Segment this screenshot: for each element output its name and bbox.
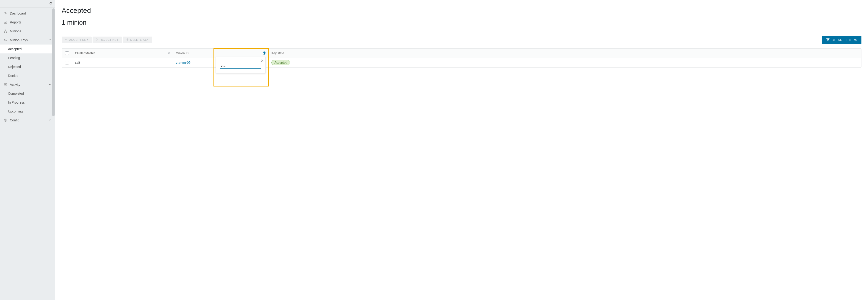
svg-point-3 xyxy=(4,32,5,33)
sidebar-item-label: Accepted xyxy=(8,47,52,51)
collapse-sidebar-icon[interactable] xyxy=(49,1,53,6)
sidebar-item-label: Upcoming xyxy=(8,110,52,113)
minion-keys-table: Cluster/Master Minion ID Key state xyxy=(62,48,862,67)
sidebar-item-label: Config xyxy=(10,118,49,122)
row-select-cell xyxy=(62,58,72,67)
sidebar-subitem-in-progress[interactable]: In Progress xyxy=(0,98,55,107)
gear-icon xyxy=(3,118,7,122)
sidebar-item-reports[interactable]: Reports xyxy=(0,18,55,27)
x-icon xyxy=(96,38,98,41)
sidebar-item-label: Completed xyxy=(8,92,52,95)
sidebar-item-label: Activity xyxy=(10,83,49,87)
svg-point-2 xyxy=(5,30,6,31)
cell-cluster: salt xyxy=(72,58,173,67)
filter-icon[interactable] xyxy=(167,51,170,55)
sidebar-item-label: Pending xyxy=(8,56,52,60)
accept-key-button[interactable]: ACCEPT KEY xyxy=(62,36,92,43)
toolbar: ACCEPT KEY REJECT KEY DELETE KEY CLEAR F xyxy=(62,36,862,44)
sidebar-collapse-bar xyxy=(0,0,55,7)
column-label: Key state xyxy=(271,51,284,55)
nodes-icon xyxy=(3,29,7,33)
column-header-cluster[interactable]: Cluster/Master xyxy=(72,49,173,58)
sidebar-subitem-accepted[interactable]: Accepted xyxy=(0,44,55,54)
column-header-minion-id[interactable]: Minion ID xyxy=(173,49,269,58)
table-header: Cluster/Master Minion ID Key state xyxy=(62,49,861,58)
sidebar-item-dashboard[interactable]: Dashboard xyxy=(0,9,55,18)
sidebar-nav: Dashboard Reports Minions Minion Keys xyxy=(0,9,55,125)
sidebar-item-label: Reports xyxy=(10,20,52,24)
button-label: CLEAR FILTERS xyxy=(832,38,857,42)
chevron-down-icon xyxy=(49,83,52,87)
main-content: Accepted 1 minion ACCEPT KEY REJECT KEY … xyxy=(55,0,868,300)
sidebar-subitem-completed[interactable]: Completed xyxy=(0,89,55,98)
sidebar-subitem-denied[interactable]: Denied xyxy=(0,71,55,80)
check-icon xyxy=(65,38,68,42)
sidebar-scrollbar[interactable] xyxy=(52,8,55,116)
column-label: Minion ID xyxy=(176,51,189,55)
key-icon xyxy=(3,38,7,42)
column-header-select xyxy=(62,49,72,58)
sidebar-item-label: Minion Keys xyxy=(10,38,49,42)
gauge-icon xyxy=(3,11,7,16)
page-title: Accepted xyxy=(62,6,862,14)
sidebar-item-label: Dashboard xyxy=(10,11,52,15)
svg-point-4 xyxy=(6,32,7,33)
filter-icon xyxy=(826,38,830,42)
minion-id-link[interactable]: vra-vm-05 xyxy=(176,61,190,64)
svg-rect-6 xyxy=(4,84,7,86)
cell-value: salt xyxy=(75,61,80,64)
column-label: Cluster/Master xyxy=(75,51,95,55)
sidebar-subitem-rejected[interactable]: Rejected xyxy=(0,62,55,71)
row-checkbox[interactable] xyxy=(65,61,69,64)
table-row: salt vra-vm-05 Accepted xyxy=(62,58,861,67)
reject-key-button[interactable]: REJECT KEY xyxy=(93,36,122,43)
chevron-down-icon xyxy=(49,118,52,122)
activity-icon xyxy=(3,83,7,87)
bar-chart-icon xyxy=(3,20,7,24)
cell-key-state: Accepted xyxy=(269,58,861,67)
clear-filters-button[interactable]: CLEAR FILTERS xyxy=(822,36,862,44)
button-label: ACCEPT KEY xyxy=(69,38,88,41)
filter-icon-active[interactable] xyxy=(263,51,266,55)
sidebar-item-minions[interactable]: Minions xyxy=(0,27,55,36)
sidebar-subitem-upcoming[interactable]: Upcoming xyxy=(0,107,55,116)
sidebar-item-label: Denied xyxy=(8,74,52,78)
svg-point-7 xyxy=(5,120,6,121)
sidebar-subitem-pending[interactable]: Pending xyxy=(0,54,55,62)
sidebar-item-label: Minions xyxy=(10,29,52,33)
sidebar-item-config[interactable]: Config xyxy=(0,116,55,125)
trash-icon xyxy=(126,38,129,42)
sidebar-item-activity[interactable]: Activity xyxy=(0,80,55,89)
select-all-checkbox[interactable] xyxy=(65,51,69,55)
status-badge: Accepted xyxy=(271,60,290,65)
column-header-key-state[interactable]: Key state xyxy=(269,49,861,58)
svg-point-5 xyxy=(4,39,5,41)
delete-key-button[interactable]: DELETE KEY xyxy=(123,36,152,43)
button-label: REJECT KEY xyxy=(100,38,119,41)
filter-input[interactable] xyxy=(220,63,261,69)
filter-popover xyxy=(216,57,266,73)
sidebar-item-label: Rejected xyxy=(8,65,52,69)
chevron-down-icon xyxy=(49,38,52,42)
sidebar-item-minion-keys[interactable]: Minion Keys xyxy=(0,36,55,44)
close-icon[interactable] xyxy=(261,59,264,63)
sidebar-item-label: In Progress xyxy=(8,100,52,104)
button-label: DELETE KEY xyxy=(130,38,149,41)
sidebar: Dashboard Reports Minions Minion Keys xyxy=(0,0,55,300)
page-subtitle: 1 minion xyxy=(62,19,862,26)
svg-point-0 xyxy=(5,13,6,14)
